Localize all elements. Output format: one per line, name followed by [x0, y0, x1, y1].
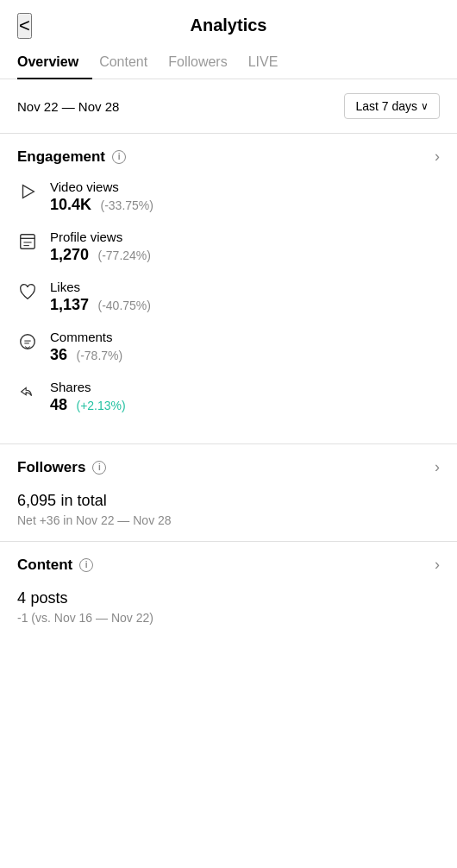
- tab-content[interactable]: Content: [99, 46, 161, 79]
- content-info-icon[interactable]: i: [79, 558, 93, 572]
- followers-title: Followers i: [17, 459, 106, 476]
- profile-views-value: 1,270: [50, 246, 89, 263]
- comments-label: Comments: [50, 330, 440, 344]
- chevron-down-icon: ∨: [421, 100, 429, 112]
- followers-total: 6,095 in total: [17, 490, 440, 510]
- engagement-section-header: Engagement i ›: [17, 148, 440, 166]
- back-button[interactable]: <: [17, 13, 32, 39]
- followers-net: Net +36 in Nov 22 — Nov 28: [17, 513, 440, 527]
- followers-section: Followers i › 6,095 in total Net +36 in …: [0, 444, 457, 541]
- video-views-value: 10.4K: [50, 196, 91, 213]
- metric-shares: Shares 48 (+2.13%): [17, 380, 440, 414]
- likes-value: 1,137: [50, 296, 89, 313]
- shares-label: Shares: [50, 380, 440, 394]
- profile-views-row: 1,270 (-77.24%): [50, 246, 440, 264]
- video-views-label: Video views: [50, 179, 440, 194]
- video-views-content: Video views 10.4K (-33.75%): [50, 179, 440, 214]
- metric-comments: Comments 36 (-78.7%): [17, 330, 440, 364]
- likes-label: Likes: [50, 280, 440, 294]
- svg-point-5: [21, 335, 35, 349]
- posts-change: -1 (vs. Nov 16 — Nov 22): [17, 611, 440, 625]
- metric-video-views: Video views 10.4K (-33.75%): [17, 179, 440, 214]
- followers-info-icon[interactable]: i: [92, 461, 106, 475]
- followers-chevron-icon[interactable]: ›: [435, 458, 440, 476]
- tabs-bar: Overview Content Followers LIVE: [0, 46, 457, 79]
- profile-views-label: Profile views: [50, 230, 440, 244]
- comment-icon: [17, 331, 38, 352]
- play-icon: [17, 181, 38, 202]
- likes-row: 1,137 (-40.75%): [50, 296, 440, 314]
- shares-content: Shares 48 (+2.13%): [50, 380, 440, 414]
- video-views-change: (-33.75%): [101, 198, 153, 212]
- profile-views-change: (-77.24%): [98, 248, 151, 262]
- posts-count: 4 posts: [17, 588, 440, 607]
- profile-views-content: Profile views 1,270 (-77.24%): [50, 230, 440, 264]
- profile-icon: [17, 231, 38, 252]
- tab-overview[interactable]: Overview: [17, 46, 92, 79]
- svg-marker-0: [23, 186, 34, 198]
- engagement-title: Engagement i: [17, 148, 126, 166]
- content-section: Content i › 4 posts -1 (vs. Nov 16 — Nov…: [0, 542, 457, 638]
- tab-followers[interactable]: Followers: [168, 46, 241, 79]
- header: < Analytics: [0, 0, 457, 46]
- share-icon: [17, 381, 38, 402]
- comments-row: 36 (-78.7%): [50, 346, 440, 364]
- tab-live[interactable]: LIVE: [248, 46, 292, 79]
- metric-likes: Likes 1,137 (-40.75%): [17, 280, 440, 314]
- date-filter-label: Last 7 days: [355, 99, 417, 113]
- content-title: Content i: [17, 557, 93, 574]
- shares-change: (+2.13%): [76, 399, 125, 412]
- comments-change: (-78.7%): [76, 349, 122, 362]
- video-views-row: 10.4K (-33.75%): [50, 196, 440, 214]
- shares-value: 48: [50, 396, 67, 413]
- likes-change: (-40.75%): [98, 299, 151, 312]
- likes-content: Likes 1,137 (-40.75%): [50, 280, 440, 314]
- date-filter-button[interactable]: Last 7 days ∨: [344, 93, 440, 119]
- comments-content: Comments 36 (-78.7%): [50, 330, 440, 364]
- date-range-row: Nov 22 — Nov 28 Last 7 days ∨: [0, 79, 457, 133]
- metric-profile-views: Profile views 1,270 (-77.24%): [17, 230, 440, 264]
- shares-row: 48 (+2.13%): [50, 396, 440, 414]
- engagement-section: Engagement i › Video views 10.4K (-33.75…: [0, 134, 457, 443]
- svg-rect-1: [21, 235, 35, 249]
- heart-icon: [17, 281, 38, 302]
- date-range-text: Nov 22 — Nov 28: [17, 99, 119, 114]
- content-chevron-icon[interactable]: ›: [435, 556, 440, 574]
- engagement-info-icon[interactable]: i: [112, 150, 126, 164]
- page-title: Analytics: [191, 16, 267, 35]
- comments-value: 36: [50, 346, 67, 363]
- content-section-header: Content i ›: [17, 556, 440, 574]
- engagement-chevron-icon[interactable]: ›: [435, 148, 440, 166]
- followers-section-header: Followers i ›: [17, 458, 440, 476]
